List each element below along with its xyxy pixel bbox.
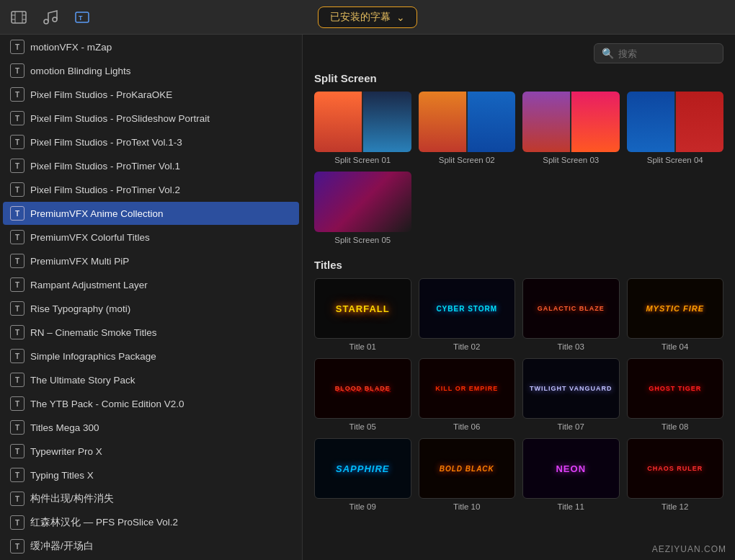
split-screen-item-ss03[interactable]: Split Screen 03 [522,92,620,164]
title-item-t05[interactable]: BLOOD BLADETitle 05 [314,358,411,431]
sidebar-item-pfs-protest[interactable]: TPixel Film Studios - ProText Vol.1-3 [3,130,299,154]
title-thumbnail-t11: NEON [522,438,620,499]
t-icon: T [10,515,24,530]
sidebar-item-label: PremiumVFX Anime Collection [30,208,164,219]
t-icon: T [10,396,24,411]
sidebar-item-label: The Ultimate Story Pack [30,375,135,386]
top-bar-icons: T [9,7,92,27]
title-label-t04: Title 04 [662,342,688,351]
title-label-t10: Title 10 [453,502,480,511]
split-screen-item-ss05[interactable]: Split Screen 05 [314,172,411,244]
sidebar-item-rampant-adj[interactable]: TRampant Adjustment Layer [3,273,299,296]
title-item-t10[interactable]: BOLD BLACKTitle 10 [419,438,516,511]
search-input[interactable] [618,48,705,59]
svg-rect-0 [12,12,26,23]
title-thumbnail-t06: KILL OR EMPIRE [419,358,516,419]
svg-point-7 [44,19,48,24]
title-item-t06[interactable]: KILL OR EMPIRETitle 06 [419,358,516,431]
title-thumbnail-t08: GHOST TIGER [627,358,724,419]
split-screen-label-ss04: Split Screen 04 [647,156,703,164]
split-screen-title: Split Screen [314,72,723,84]
sidebar-item-ultimate-story[interactable]: TThe Ultimate Story Pack [3,368,299,391]
t-icon: T [10,468,24,482]
t-icon: T [10,63,24,78]
sidebar-item-huanchong[interactable]: T缓冲器/开场白 [3,535,299,558]
sidebar-item-typing-titles[interactable]: TTyping Titles X [3,463,299,486]
title-item-t09[interactable]: SAPPHIRETitle 09 [314,438,411,511]
title-label-t02: Title 02 [453,342,480,351]
sidebar-item-pfs-proslideshow[interactable]: TPixel Film Studios - ProSlideshow Portr… [3,107,299,130]
title-thumbnail-t12: CHAOS RULER [627,438,724,499]
sidebar-item-rn-cinematic[interactable]: TRN – Cinematic Smoke Titles [3,321,299,344]
split-screen-thumbnail-ss03 [522,92,620,152]
content-area: 🔍 Split Screen Split Screen 01 Split Scr… [303,35,735,560]
sidebar-item-label: Pixel Film Studios - ProTimer Vol.2 [30,185,180,195]
t-icon: T [10,159,24,173]
split-screen-grid: Split Screen 01 Split Screen 02 Split Sc… [314,92,723,244]
installed-captions-dropdown[interactable]: 已安装的字幕 ⌄ [318,6,417,28]
search-input-wrapper[interactable]: 🔍 [594,43,723,63]
title-item-t04[interactable]: MYSTIC FIRETitle 04 [627,278,724,351]
sidebar-item-ytb-comic[interactable]: TThe YTB Pack - Comic Edition V2.0 [3,392,299,415]
title-item-t01[interactable]: STARFALLTitle 01 [314,278,411,351]
top-bar: T 已安装的字幕 ⌄ [0,0,735,35]
title-icon[interactable]: T [72,7,92,27]
sidebar-item-label: Pixel Film Studios - ProKaraOKE [30,89,172,100]
sidebar-item-premiumvfx-multipip[interactable]: TPremiumVFX Multi PiP [3,249,299,272]
sidebar-item-label: Pixel Film Studios - ProText Vol.1-3 [30,137,182,148]
watermark: AEZIYUAN.COM [652,544,726,554]
title-label-t09: Title 09 [349,502,376,511]
sidebar-item-premiumvfx-colorful[interactable]: TPremiumVFX Colorful Titles [3,226,299,249]
sidebar-item-label: Typewriter Pro X [30,446,102,457]
sidebar-item-label: Simple Infographics Package [30,351,156,362]
title-thumbnail-t07: TWILIGHT VANGUARD [522,358,620,419]
t-icon: T [10,230,24,244]
sidebar-item-pfs-protimer1[interactable]: TPixel Film Studios - ProTimer Vol.1 [3,154,299,177]
sidebar-item-rise-typography[interactable]: TRise Typography (moti) [3,297,299,320]
sidebar-item-omotion-blinding[interactable]: Tomotion Blinding Lights [3,59,299,82]
title-item-t03[interactable]: GALACTIC BLAZETitle 03 [522,278,620,351]
sidebar-item-label: Rampant Adjustment Layer [30,280,148,290]
sidebar-item-titles-mega[interactable]: TTitles Mega 300 [3,416,299,439]
title-item-t12[interactable]: CHAOS RULERTitle 12 [627,438,724,511]
sidebar-item-label: motionVFX - mZap [30,42,112,53]
split-screen-item-ss01[interactable]: Split Screen 01 [314,92,411,164]
split-screen-item-ss02[interactable]: Split Screen 02 [419,92,516,164]
sidebar-item-simple-infographics[interactable]: TSimple Infographics Package [3,345,299,368]
sidebar-item-label: Titles Mega 300 [30,422,99,433]
sidebar-item-hongsen[interactable]: T红森林汉化 — PFS ProSlice Vol.2 [3,511,299,534]
t-icon: T [10,492,24,506]
split-screen-label-ss02: Split Screen 02 [439,156,495,164]
sidebar-item-label: PremiumVFX Multi PiP [30,256,129,267]
title-thumbnail-t04: MYSTIC FIRE [627,278,724,339]
search-icon: 🔍 [602,48,614,59]
t-icon: T [10,420,24,435]
t-icon: T [10,206,24,221]
sidebar-item-gujian[interactable]: T构件出现/构件消失 [3,487,299,510]
sidebar-item-pfs-prokaraoke[interactable]: TPixel Film Studios - ProKaraOKE [3,83,299,106]
title-item-t02[interactable]: CYBER STORMTitle 02 [419,278,516,351]
t-icon: T [10,444,24,458]
sidebar-item-label: Typing Titles X [30,470,94,481]
sidebar-item-label: omotion Blinding Lights [30,66,131,76]
sidebar-item-motionvfx-mzap[interactable]: TmotionVFX - mZap [3,35,299,58]
sidebar-item-typewriter-prox[interactable]: TTypewriter Pro X [3,440,299,463]
title-thumbnail-t03: GALACTIC BLAZE [522,278,620,339]
music-icon[interactable] [40,7,61,27]
split-screen-item-ss04[interactable]: Split Screen 04 [627,92,724,164]
title-item-t07[interactable]: TWILIGHT VANGUARDTitle 07 [522,358,620,431]
title-item-t11[interactable]: NEONTitle 11 [522,438,620,511]
sidebar-item-label: 红森林汉化 — PFS ProSlice Vol.2 [30,516,178,529]
title-thumbnail-t05: BLOOD BLADE [314,358,411,419]
sidebar-item-premiumvfx-anime[interactable]: TPremiumVFX Anime Collection→ [3,202,299,225]
film-icon[interactable] [9,7,29,27]
sidebar-item-pfs-protimer2[interactable]: TPixel Film Studios - ProTimer Vol.2 [3,178,299,201]
title-label-t01: Title 01 [349,342,376,351]
title-thumbnail-t10: BOLD BLACK [419,438,516,499]
title-item-t08[interactable]: GHOST TIGERTitle 08 [627,358,724,431]
dropdown-label: 已安装的字幕 [330,11,391,24]
title-thumbnail-t09: SAPPHIRE [314,438,411,499]
sidebar-item-label: Pixel Film Studios - ProSlideshow Portra… [30,113,210,124]
t-icon: T [10,325,24,339]
sidebar-item-label: The YTB Pack - Comic Edition V2.0 [30,399,184,409]
